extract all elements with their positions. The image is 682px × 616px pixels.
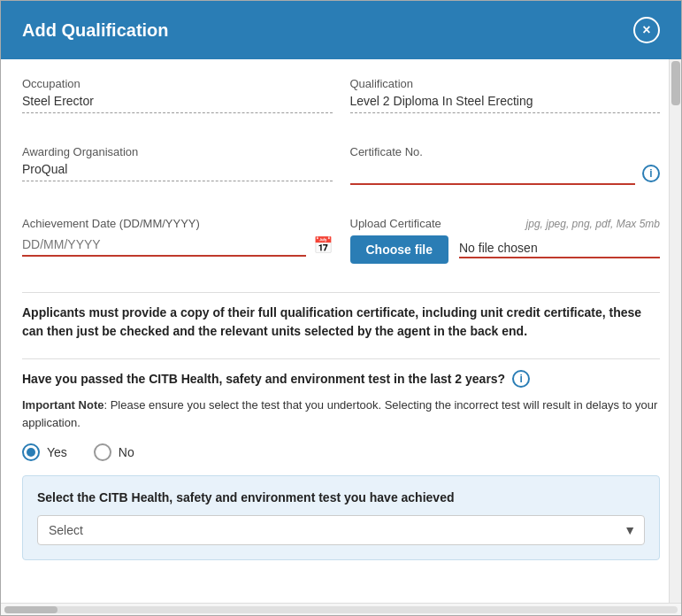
- form-grid-row3: Achievement Date (DD/MM/YYYY) 📅 Upload C…: [22, 217, 660, 278]
- upload-hint: jpg, jpeg, png, pdf, Max 5mb: [526, 218, 660, 230]
- radio-no-label: No: [119, 445, 134, 459]
- occupation-value: Steel Erector: [22, 94, 333, 113]
- modal: Add Qualification × Occupation Steel Ere…: [0, 0, 682, 616]
- radio-group: Yes No: [22, 443, 660, 461]
- modal-header: Add Qualification ×: [1, 1, 681, 59]
- file-name-display: No file chosen: [459, 241, 660, 258]
- certificate-no-input-row: i: [350, 162, 661, 185]
- upload-label: Upload Certificate: [350, 217, 441, 230]
- citb-select-box: Select the CITB Health, safety and envir…: [22, 475, 660, 560]
- awarding-org-field: Awarding Organisation ProQual: [22, 145, 333, 185]
- close-button[interactable]: ×: [633, 17, 660, 43]
- calendar-icon[interactable]: 📅: [313, 235, 333, 255]
- upload-control: Choose file No file chosen: [350, 235, 661, 264]
- qualification-value: Level 2 Diploma In Steel Erecting: [350, 94, 661, 113]
- certificate-info-icon[interactable]: i: [642, 165, 660, 182]
- upload-certificate-section: Upload Certificate jpg, jpeg, png, pdf, …: [350, 217, 661, 264]
- citb-box-title: Select the CITB Health, safety and envir…: [37, 490, 645, 504]
- modal-body: Occupation Steel Erector Qualification L…: [1, 59, 669, 603]
- modal-title: Add Qualification: [22, 20, 169, 41]
- awarding-org-value: ProQual: [22, 162, 333, 181]
- form-grid-row1: Occupation Steel Erector Qualification L…: [22, 77, 660, 131]
- radio-yes-label: Yes: [47, 445, 67, 459]
- horizontal-scrollbar: [1, 603, 681, 615]
- divider-1: [22, 292, 660, 293]
- certificate-no-field: Certificate No. i: [350, 145, 661, 185]
- radio-yes-circle[interactable]: [22, 443, 40, 461]
- citb-select[interactable]: Select HS&E Operatives Test HS&E Supervi…: [37, 515, 645, 545]
- scrollbar-thumb[interactable]: [671, 61, 680, 105]
- upload-label-row: Upload Certificate jpg, jpeg, png, pdf, …: [350, 217, 661, 230]
- occupation-label: Occupation: [22, 77, 333, 90]
- h-scrollbar-thumb[interactable]: [4, 606, 57, 613]
- form-grid-row2: Awarding Organisation ProQual Certificat…: [22, 145, 660, 203]
- h-scrollbar-track[interactable]: [4, 606, 678, 613]
- certificate-no-input[interactable]: [350, 162, 636, 185]
- important-note-text: : Please ensure you select the test that…: [22, 398, 657, 429]
- qualification-label: Qualification: [350, 77, 661, 90]
- important-note: Important Note: Please ensure you select…: [22, 397, 660, 431]
- radio-yes-option[interactable]: Yes: [22, 443, 67, 461]
- achievement-date-field: Achievement Date (DD/MM/YYYY) 📅: [22, 217, 333, 260]
- scrollbar-track[interactable]: [669, 59, 681, 603]
- achievement-date-label: Achievement Date (DD/MM/YYYY): [22, 217, 333, 230]
- citb-select-wrapper: Select HS&E Operatives Test HS&E Supervi…: [37, 515, 645, 545]
- radio-no-option[interactable]: No: [94, 443, 134, 461]
- certificate-no-label: Certificate No.: [350, 145, 661, 158]
- radio-no-circle[interactable]: [94, 443, 111, 461]
- important-note-prefix: Important Note: [22, 398, 103, 412]
- choose-file-button[interactable]: Choose file: [350, 235, 448, 264]
- occupation-field: Occupation Steel Erector: [22, 77, 333, 113]
- citb-question-row: Have you passed the CITB Health, safety …: [22, 370, 660, 388]
- date-input-row: 📅: [22, 234, 333, 257]
- divider-2: [22, 358, 660, 359]
- qualification-field: Qualification Level 2 Diploma In Steel E…: [350, 77, 661, 113]
- notice-text: Applicants must provide a copy of their …: [22, 304, 660, 341]
- citb-question-text: Have you passed the CITB Health, safety …: [22, 372, 505, 386]
- achievement-date-input[interactable]: [22, 234, 306, 257]
- awarding-org-label: Awarding Organisation: [22, 145, 333, 158]
- citb-info-icon[interactable]: i: [512, 370, 530, 388]
